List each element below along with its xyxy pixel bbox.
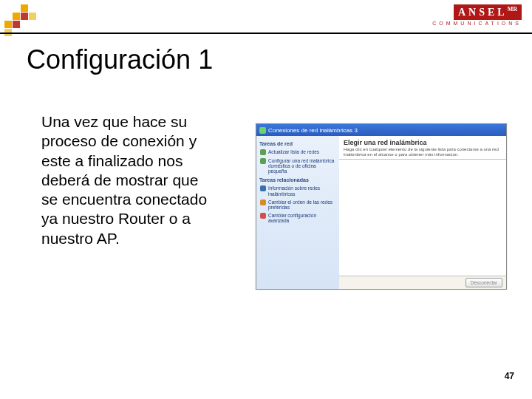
window-title: Conexiones de red inalámbricas 3 — [268, 127, 358, 134]
sidebar-item[interactable]: Cambiar configuración avanzada — [259, 211, 336, 225]
sidebar-item-icon — [260, 149, 266, 155]
logo-squares — [4, 4, 36, 36]
sidebar-item-label: Actualizar lista de redes — [268, 149, 319, 154]
disconnect-button[interactable]: Desconectar — [466, 278, 503, 287]
sidebar-item-icon — [260, 185, 266, 191]
sidebar-item-label: Configurar una red inalámbrica doméstica… — [268, 158, 335, 174]
wireless-dialog: Conexiones de red inalámbricas 3 Tareas … — [256, 123, 507, 290]
slide-body: Una vez que hace su proceso de conexión … — [41, 112, 216, 248]
sidebar-item[interactable]: Configurar una red inalámbrica doméstica… — [259, 157, 336, 175]
page-number: 47 — [505, 371, 514, 381]
slide-title: Configuración 1 — [27, 44, 213, 75]
sidebar-item-label: Información sobre redes inalámbricas — [268, 185, 335, 196]
sidebar-heading: Tareas relacionadas — [259, 177, 336, 183]
brand-name: ANSELMR — [454, 4, 522, 20]
sidebar-heading: Tareas de red — [259, 141, 336, 146]
sidebar-item-label: Cambiar configuración avanzada — [268, 213, 335, 223]
wifi-icon — [259, 127, 266, 134]
titlebar[interactable]: Conexiones de red inalámbricas 3 — [256, 124, 506, 136]
network-list — [339, 159, 506, 276]
main-subtitle: Haga clic en cualquier elemento de la si… — [344, 147, 502, 157]
sidebar-item-icon — [260, 200, 266, 205]
sidebar-item-icon — [260, 213, 266, 219]
brand-logo: ANSELMR COMMUNICATIONS — [432, 4, 522, 26]
sidebar-item-label: Cambiar el orden de las redes preferidas — [268, 200, 335, 210]
main-title: Elegir una red inalámbrica — [344, 139, 502, 146]
dialog-footer: Desconectar — [339, 276, 506, 289]
sidebar-item[interactable]: Información sobre redes inalámbricas — [259, 184, 336, 197]
main-panel: Elegir una red inalámbrica Haga clic en … — [339, 136, 506, 289]
header-divider — [0, 33, 532, 34]
sidebar: Tareas de red Actualizar lista de redesC… — [256, 136, 339, 289]
sidebar-item[interactable]: Cambiar el orden de las redes preferidas — [259, 198, 336, 211]
sidebar-item[interactable]: Actualizar lista de redes — [259, 148, 336, 157]
brand-subtitle: COMMUNICATIONS — [432, 21, 522, 26]
sidebar-item-icon — [260, 158, 266, 164]
